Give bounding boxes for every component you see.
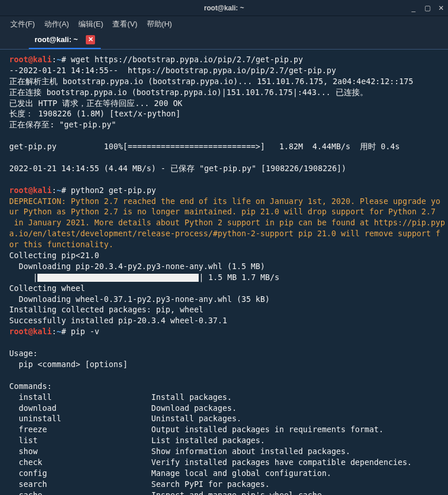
collect-l6: Successfully installed pip-20.3.4 wheel-…: [9, 316, 227, 325]
collect-l3: Collecting wheel: [9, 284, 85, 293]
command-3: pip -v: [71, 327, 99, 336]
wget-line1: --2022-01-21 14:14:55-- https://bootstra…: [9, 66, 336, 75]
tab-label: root@kali: ~: [35, 35, 78, 44]
minimize-button[interactable]: _: [409, 3, 418, 13]
wget-line6: 正在保存至: "get-pip.py": [9, 120, 116, 129]
collect-prog-pre: |: [9, 273, 37, 282]
command-row: config Manage local and global configura…: [9, 468, 331, 478]
command-2: python2 get-pip.py: [71, 186, 156, 195]
tab-close-icon[interactable]: ✕: [86, 35, 95, 44]
prompt-user: root@kali: [9, 186, 52, 195]
menubar: 文件(F) 动作(A) 编辑(E) 查看(V) 帮助(H): [0, 16, 448, 32]
menu-file[interactable]: 文件(F): [10, 19, 35, 29]
command-row: cache Inspect and manage pip's wheel cac…: [9, 490, 326, 495]
menu-action[interactable]: 动作(A): [44, 19, 69, 29]
command-row: uninstall Uninstall packages.: [9, 414, 241, 423]
terminal-window: root@kali: ~ _ ▢ ✕ 文件(F) 动作(A) 编辑(E) 查看(…: [0, 0, 448, 495]
progress-bar: [37, 274, 199, 282]
command-row: install Install packages.: [9, 392, 232, 402]
commands-head: Commands:: [9, 381, 52, 391]
wget-line3: 正在连接 bootstrap.pypa.io (bootstrap.pypa.i…: [9, 88, 368, 97]
command-row: freeze Output installed packages in requ…: [9, 425, 384, 434]
command-row: check Verify installed packages have com…: [9, 458, 412, 467]
menu-edit[interactable]: 编辑(E): [78, 19, 103, 29]
usage-line: pip <command> [options]: [9, 360, 128, 369]
command-row: list List installed packages.: [9, 436, 265, 445]
wget-done: 2022-01-21 14:14:55 (4.44 MB/s) - 已保存 "g…: [9, 164, 346, 173]
command-row: show Show information about installed pa…: [9, 447, 350, 456]
maximize-button[interactable]: ▢: [423, 3, 432, 13]
wget-line5: 长度： 1908226 (1.8M) [text/x-python]: [9, 109, 180, 118]
usage-head: Usage:: [9, 349, 37, 358]
collect-l5: Installing collected packages: pip, whee…: [9, 305, 203, 314]
wget-progress: get-pip.py 100%[========================…: [9, 142, 400, 151]
deprecation-head: DEPRECATION:: [9, 197, 66, 206]
command-1: wget https://bootstrap.pypa.io/pip/2.7/g…: [71, 55, 303, 64]
tabbar: root@kali: ~ ✕: [0, 32, 448, 50]
command-row: download Download packages.: [9, 403, 237, 413]
window-title: root@kali: ~: [204, 4, 244, 12]
prompt-hash: #: [62, 55, 71, 64]
prompt-user: root@kali: [9, 327, 52, 336]
wget-line4: 已发出 HTTP 请求，正在等待回应... 200 OK: [9, 99, 183, 108]
wget-line2: 正在解析主机 bootstrap.pypa.io (bootstrap.pypa…: [9, 77, 413, 86]
deprecation-body: Python 2.7 reached the end of its life o…: [9, 197, 445, 250]
terminal-output[interactable]: root@kali:~# wget https://bootstrap.pypa…: [0, 50, 448, 495]
prompt-user: root@kali: [9, 55, 52, 64]
collect-l4: Downloading wheel-0.37.1-py2.py3-none-an…: [9, 294, 270, 304]
collect-prog-post: | 1.5 MB 1.7 MB/s: [199, 273, 279, 282]
collect-l1: Collecting pip<21.0: [9, 251, 99, 260]
tab-active[interactable]: root@kali: ~ ✕: [29, 33, 101, 49]
collect-l2: Downloading pip-20.3.4-py2.py3-none-any.…: [9, 262, 265, 271]
titlebar: root@kali: ~ _ ▢ ✕: [0, 0, 448, 16]
window-controls: _ ▢ ✕: [409, 3, 446, 13]
command-row: search Search PyPI for packages.: [9, 479, 270, 489]
commands-list: install Install packages. download Downl…: [9, 392, 439, 495]
prompt-path: ~: [56, 55, 61, 64]
close-button[interactable]: ✕: [436, 3, 446, 13]
menu-help[interactable]: 帮助(H): [147, 19, 172, 29]
menu-view[interactable]: 查看(V): [112, 19, 137, 29]
